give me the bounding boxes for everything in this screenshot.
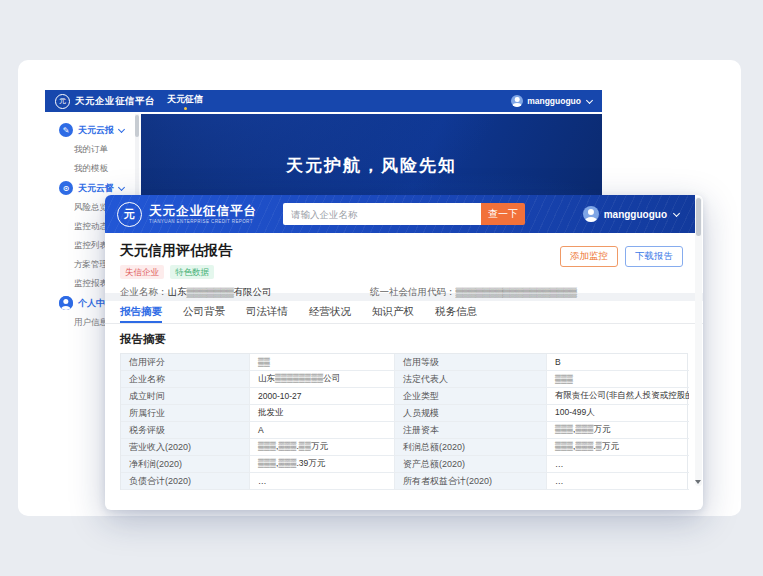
company-info-row: 企业名称：山东▒▒▒▒▒▒▒有限公司 统一社会信用代码：▒▒▒▒▒▒▒▒▒▒▒▒…	[120, 286, 688, 299]
table-value: …	[547, 473, 689, 490]
scrollbar-thumb[interactable]	[135, 115, 139, 137]
table-value: …	[250, 473, 395, 490]
table-value: A	[250, 422, 395, 439]
user-avatar	[511, 95, 523, 107]
tab-operating-status[interactable]: 经营状况	[309, 301, 351, 323]
table-label: 营业收入(2020)	[121, 439, 250, 456]
tab-judicial-details[interactable]: 司法详情	[246, 301, 288, 323]
table-label: 税务评级	[121, 422, 250, 439]
section-title: 报告摘要	[105, 324, 703, 353]
table-label: 注册资本	[395, 422, 547, 439]
status-badge-special-data: 特色数据	[170, 265, 214, 279]
table-label: 信用等级	[395, 354, 547, 371]
company-search: 查一下	[283, 203, 525, 225]
scrollbar-thumb[interactable]	[696, 198, 701, 236]
table-value: 100-499人	[547, 405, 689, 422]
brand-logo: 元 天元企业征信平台 TIANYUAN ENTERPRISE CREDIT RE…	[117, 202, 257, 227]
table-value: ▒▒	[250, 354, 395, 371]
tab-company-background[interactable]: 公司背景	[183, 301, 225, 323]
table-value: 批发业	[250, 405, 395, 422]
table-value: 2000-10-27	[250, 388, 395, 405]
table-value: ▒▒▒,▒▒▒.▒万元	[547, 439, 689, 456]
company-name-label: 企业名称：	[120, 286, 168, 297]
nav-active-dot	[184, 107, 187, 110]
tab-report-summary[interactable]: 报告摘要	[120, 301, 162, 323]
chevron-down-icon	[118, 183, 125, 190]
table-value: ▒▒▒,▒▒▒.39万元	[250, 456, 395, 473]
credit-code-label: 统一社会信用代码：	[370, 286, 456, 297]
table-label: 企业名称	[121, 371, 250, 388]
table-value: ▒▒▒,▒▒▒.▒▒万元	[250, 439, 395, 456]
tab-intellectual-property[interactable]: 知识产权	[372, 301, 414, 323]
report-header: 元 天元企业征信平台 TIANYUAN ENTERPRISE CREDIT RE…	[105, 195, 695, 233]
banner-title: 天元护航，风险先知	[141, 114, 602, 177]
report-title-section: 天元信用评估报告 失信企业 特色数据 企业名称：山东▒▒▒▒▒▒▒有限公司 统一…	[105, 233, 703, 293]
search-button[interactable]: 查一下	[481, 203, 525, 225]
search-input[interactable]	[283, 203, 481, 225]
table-label: 所属行业	[121, 405, 250, 422]
table-value: 有限责任公司(非自然人投资或控股的法人独资)	[547, 388, 689, 405]
summary-table: 信用评分 ▒▒ 信用等级 B 企业名称 山东▒▒▒▒▒▒▒▒公司 法定代表人 ▒…	[120, 353, 688, 490]
brand-subtitle: TIANYUAN ENTERPRISE CREDIT REPORT	[149, 219, 257, 224]
brand-logo-icon: 元	[55, 94, 70, 109]
table-label: 信用评分	[121, 354, 250, 371]
table-value: ▒▒▒,▒▒▒万元	[547, 422, 689, 439]
credit-code-value: ▒▒▒▒▒▒▒▒▒▒▒▒▒▒▒▒▒▒	[456, 286, 577, 297]
username: mangguoguo	[527, 96, 581, 106]
table-value: B	[547, 354, 689, 371]
status-badge-dishonest: 失信企业	[120, 265, 164, 279]
scrollbar-down-arrow[interactable]	[695, 480, 701, 484]
table-label: 成立时间	[121, 388, 250, 405]
company-name-value: 山东▒▒▒▒▒▒▒有限公司	[168, 286, 272, 297]
user-menu[interactable]: mangguoguo	[511, 95, 592, 107]
sidebar-item-my-orders[interactable]: 我的订单	[45, 140, 135, 159]
username: mangguoguo	[604, 209, 667, 220]
table-label: 净利润(2020)	[121, 456, 250, 473]
sidebar-item-my-templates[interactable]: 我的模板	[45, 159, 135, 178]
user-avatar	[583, 206, 599, 222]
report-icon: ✎	[59, 123, 73, 137]
report-tabs: 报告摘要 公司背景 司法详情 经营状况 知识产权 税务信息	[105, 301, 703, 324]
table-label: 资产总额(2020)	[395, 456, 547, 473]
brand-logo: 元 天元企业征信平台	[55, 94, 155, 109]
brand-name: 天元企业征信平台	[149, 204, 257, 218]
table-label: 企业类型	[395, 388, 547, 405]
brand-name: 天元企业征信平台	[75, 95, 155, 108]
sidebar-group-cloud-report[interactable]: ✎ 天元云报	[45, 120, 135, 140]
table-label: 法定代表人	[395, 371, 547, 388]
monitor-icon: ⊙	[59, 181, 73, 195]
chevron-down-icon	[118, 125, 125, 132]
table-label: 人员规模	[395, 405, 547, 422]
table-label: 利润总额(2020)	[395, 439, 547, 456]
user-icon	[59, 296, 73, 310]
background-topbar: 元 天元企业征信平台 天元征信 mangguoguo	[45, 90, 602, 112]
table-label: 负债合计(2020)	[121, 473, 250, 490]
chevron-down-icon	[586, 96, 593, 103]
tab-tax-info[interactable]: 税务信息	[435, 301, 477, 323]
user-menu[interactable]: mangguoguo	[583, 206, 679, 222]
report-scrollbar[interactable]	[695, 197, 702, 486]
report-window: 元 天元企业征信平台 TIANYUAN ENTERPRISE CREDIT RE…	[105, 195, 703, 510]
nav-item-tianyuan-credit[interactable]: 天元征信	[167, 90, 203, 112]
table-value: …	[547, 456, 689, 473]
table-value: ▒▒▒	[547, 371, 689, 388]
brand-logo-icon: 元	[117, 202, 142, 227]
download-report-button[interactable]: 下载报告	[625, 246, 683, 267]
table-label: 所有者权益合计(2020)	[395, 473, 547, 490]
add-monitor-button[interactable]: 添加监控	[560, 246, 618, 267]
table-value: 山东▒▒▒▒▒▒▒▒公司	[250, 371, 395, 388]
tag-row: 失信企业 特色数据	[120, 265, 688, 279]
screen: 元 天元企业征信平台 天元征信 mangguoguo ✎ 天元云报 我的订单	[0, 0, 763, 576]
chevron-down-icon	[673, 209, 680, 216]
